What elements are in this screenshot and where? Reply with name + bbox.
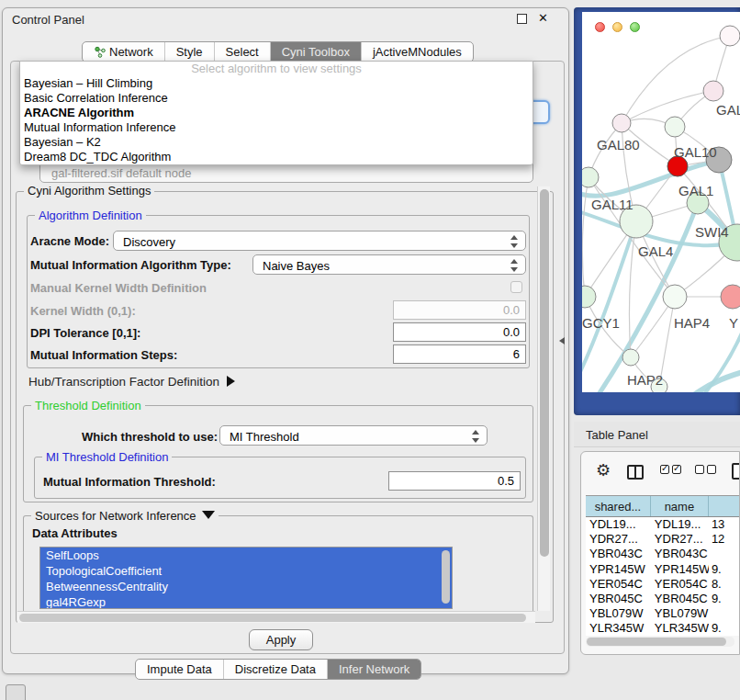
sources-group-title[interactable]: Sources for Network Inference (31, 509, 219, 523)
algorithm-option[interactable]: Basic Correlation Inference (20, 91, 533, 106)
sources-title-label: Sources for Network Inference (35, 509, 196, 523)
document-icon[interactable] (732, 463, 740, 480)
scrollbar-thumb[interactable] (19, 614, 526, 622)
cell: YBR045C (651, 592, 709, 606)
attribute-item-selected[interactable]: TopologicalCoefficient (40, 563, 452, 579)
cell: YER054C (586, 577, 651, 592)
table-row[interactable]: YBR045CYBR045C9. (586, 592, 740, 606)
manual-kernel-checkbox[interactable] (510, 281, 522, 293)
hub-definition-label: Hub/Transcription Factor Definition (28, 375, 219, 389)
panel-splitter-arrow-icon[interactable] (559, 337, 565, 344)
mi-type-combobox[interactable]: Naive Bayes (252, 254, 526, 275)
table-row[interactable]: YLR345WYLR345W9. (586, 621, 740, 636)
network-node-gal10[interactable] (665, 117, 685, 137)
network-node-gal11[interactable] (582, 167, 599, 187)
close-icon[interactable]: ✕ (538, 11, 548, 25)
aracne-mode-combobox[interactable]: Discovery (113, 231, 526, 251)
network-canvas[interactable]: GAL7 GAL80 GAL10 GAL1 GAL11 SWI4 GAL4 GC… (582, 12, 740, 392)
tab-cyni-toolbox[interactable]: Cyni Toolbox (271, 42, 362, 62)
hub-definition-toggle[interactable]: Hub/Transcription Factor Definition (28, 375, 235, 389)
cell (709, 547, 740, 561)
table-horizontal-scrollbar[interactable] (586, 637, 734, 647)
select-all-rows-icon[interactable] (660, 465, 681, 474)
node-attribute-table[interactable]: shared... name YDL19...YDL19...13 YDR27.… (586, 495, 740, 636)
network-node-partial-top[interactable] (720, 26, 740, 46)
node-label: GAL10 (674, 144, 717, 160)
algorithm-option[interactable]: Bayesian – K2 (20, 135, 533, 150)
kernel-width-field[interactable] (393, 300, 526, 320)
algorithm-option[interactable]: Mutual Information Inference (20, 120, 533, 135)
data-attributes-list[interactable]: SelfLoops TopologicalCoefficient Between… (39, 547, 453, 609)
table-row[interactable]: YBR043CYBR043C (586, 547, 740, 561)
table-panel-titlebar[interactable]: Table Panel (574, 422, 740, 447)
which-threshold-combobox[interactable]: MI Threshold (219, 425, 488, 446)
node-label: SWI4 (695, 224, 729, 240)
node-label: Y (729, 315, 738, 331)
column-header-name[interactable]: name (651, 496, 709, 516)
control-panel-titlebar[interactable]: Control Panel ✕ (3, 8, 568, 30)
collapsed-arrow-icon (227, 376, 235, 387)
algorithm-option[interactable]: Bayesian – Hill Climbing (20, 76, 533, 91)
settings-horizontal-scrollbar[interactable] (17, 611, 535, 623)
scrollbar-thumb[interactable] (587, 638, 726, 646)
tab-style[interactable]: Style (165, 42, 215, 62)
cell: 8. (709, 577, 740, 592)
tab-discretize-data[interactable]: Discretize Data (224, 660, 328, 679)
attribute-item-selected[interactable]: gal4RGexp (40, 594, 452, 609)
table-row[interactable]: YER054CYER054C8. (586, 577, 740, 592)
node-label: GAL11 (591, 197, 633, 212)
algorithm-option[interactable]: Dream8 DC_TDC Algorithm (20, 150, 533, 164)
tab-style-label: Style (176, 45, 203, 59)
cell: YDL19... (651, 517, 709, 532)
aracne-mode-value: Discovery (123, 235, 175, 249)
network-node-hap2[interactable] (622, 349, 639, 366)
deselect-all-rows-icon[interactable] (695, 465, 716, 474)
gear-icon[interactable]: ⚙ (596, 460, 611, 480)
split-columns-icon[interactable] (627, 465, 644, 480)
network-node-gal7[interactable] (703, 81, 723, 101)
data-table-combobox-value: gal-filtered.sif default node (51, 166, 191, 180)
tab-network[interactable]: Network (83, 42, 165, 62)
checked-box-icon (672, 465, 681, 474)
apply-button[interactable]: Apply (249, 629, 313, 650)
which-threshold-value: MI Threshold (230, 430, 299, 444)
control-panel-tabbar: Network Style Select Cyni Toolbox jActiv… (82, 41, 474, 62)
column-header-shared-name[interactable]: shared... (586, 496, 651, 516)
table-row[interactable]: YBL079WYBL079W (586, 606, 740, 621)
float-window-icon[interactable] (517, 14, 527, 24)
table-panel-title: Table Panel (586, 428, 648, 442)
network-node-gal80[interactable] (612, 114, 631, 132)
cell: 9. (709, 592, 740, 606)
network-node-salmon[interactable] (721, 285, 740, 309)
tab-infer-network[interactable]: Infer Network (328, 660, 420, 679)
table-row[interactable]: YPR145WYPR145W9. (586, 562, 740, 577)
settings-vertical-scrollbar[interactable] (537, 186, 550, 611)
dpi-tolerance-field[interactable] (393, 322, 526, 342)
mi-steps-field[interactable] (393, 344, 526, 364)
algorithm-definition-title: Algorithm Definition (35, 209, 146, 222)
attribute-item-selected[interactable]: BetweennessCentrality (40, 579, 452, 594)
column-header-partial[interactable] (709, 496, 740, 516)
attribute-list-scrollbar[interactable] (442, 550, 450, 604)
cell: YBR043C (586, 547, 651, 561)
mi-type-label: Mutual Information Algorithm Type: (30, 258, 231, 272)
cell: YLR345W (586, 621, 651, 636)
network-node-gcy1[interactable] (582, 286, 596, 308)
tab-impute-data[interactable]: Impute Data (136, 660, 224, 679)
network-node-hap4[interactable] (663, 285, 687, 309)
tab-select-label: Select (226, 45, 259, 59)
table-row[interactable]: YDL19...YDL19...13 (586, 517, 740, 532)
scrollbar-thumb[interactable] (540, 189, 549, 557)
algorithm-option-selected[interactable]: ARACNE Algorithm (20, 106, 533, 120)
node-label: HAP2 (627, 372, 663, 388)
control-panel-window: Control Panel ✕ Network Style Select Cyn… (2, 7, 569, 674)
table-header-row: shared... name (586, 496, 740, 517)
attribute-item-selected[interactable]: SelfLoops (40, 548, 452, 563)
unchecked-box-icon (707, 465, 716, 474)
table-row[interactable]: YDR27...YDR27...12 (586, 532, 740, 547)
bottom-corner-partial-icon[interactable] (6, 684, 26, 700)
cell: YBR045C (586, 592, 651, 606)
tab-select[interactable]: Select (215, 42, 271, 62)
tab-jactivemnodules[interactable]: jActiveMNodules (362, 42, 473, 62)
mi-threshold-field[interactable] (388, 471, 521, 491)
